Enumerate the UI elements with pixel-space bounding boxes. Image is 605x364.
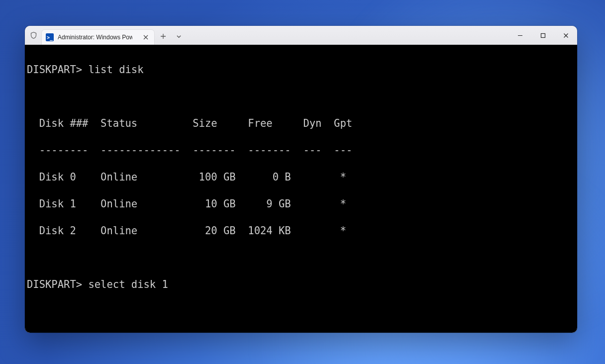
close-button[interactable] <box>554 26 577 45</box>
prompt: DISKPART> <box>27 278 82 290</box>
table-row: Disk 2 Online 20 GB 1024 KB * <box>25 224 577 238</box>
terminal-window: >_ Administrator: Windows Powe <box>25 26 577 333</box>
tab-active[interactable]: >_ Administrator: Windows Powe <box>42 30 154 45</box>
new-tab-button[interactable] <box>155 29 171 44</box>
table-row: Disk 0 Online 100 GB 0 B * <box>25 171 577 184</box>
tab-dropdown-button[interactable] <box>172 29 185 44</box>
cmd-select-disk: select disk 1 <box>88 278 168 290</box>
disk-table-divider: -------- ------------- ------- ------- -… <box>25 144 577 157</box>
titlebar[interactable]: >_ Administrator: Windows Powe <box>25 26 577 45</box>
msg-disk-selected: Disk 1 is now the selected disk. <box>25 332 577 333</box>
cmd-list-disk: list disk <box>88 64 143 76</box>
disk-table-header: Disk ### Status Size Free Dyn Gpt <box>25 117 577 130</box>
terminal-output[interactable]: DISKPART> list disk Disk ### Status Size… <box>25 45 577 333</box>
tab-title: Administrator: Windows Powe <box>58 34 132 41</box>
window-caption-buttons <box>508 26 577 45</box>
prompt: DISKPART> <box>27 64 82 76</box>
powershell-icon: >_ <box>46 33 54 41</box>
shield-icon <box>29 31 38 40</box>
svg-rect-0 <box>541 33 545 37</box>
minimize-button[interactable] <box>508 26 531 45</box>
maximize-button[interactable] <box>531 26 554 45</box>
tab-close-button[interactable] <box>141 33 150 42</box>
table-row: Disk 1 Online 10 GB 9 GB * <box>25 197 577 211</box>
